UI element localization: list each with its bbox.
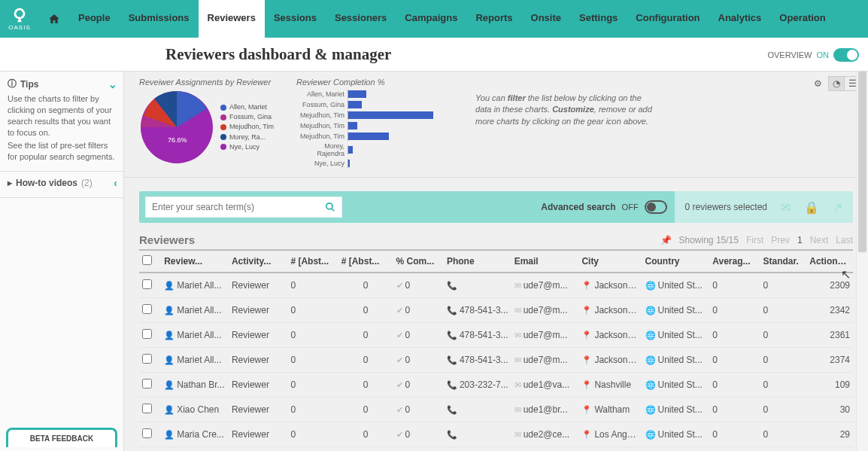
chart-title-1: Reveiwer Assignments by Reviewer	[139, 78, 274, 87]
bar-row[interactable]: Allen, Mariet	[296, 90, 438, 99]
phone-icon: 📞	[447, 281, 457, 290]
row-checkbox[interactable]	[142, 329, 152, 339]
col-header[interactable]: Standar.	[760, 250, 807, 273]
table-row[interactable]: 👤Xiao ChenReviewer00✔0📞✉ude1@br...📍Walth…	[139, 398, 853, 422]
col-header[interactable]: % Com...	[393, 250, 444, 273]
globe-icon: 🌐	[645, 405, 656, 414]
col-header[interactable]: Averag...	[709, 250, 760, 273]
bar-row[interactable]: Mejudhon, Tim	[296, 132, 438, 141]
legend-item[interactable]: Morey, Ra...	[220, 133, 274, 142]
row-checkbox[interactable]	[142, 379, 152, 389]
logo[interactable]: OASIS	[0, 0, 39, 38]
row-checkbox[interactable]	[142, 404, 152, 413]
page-first[interactable]: First	[746, 235, 763, 245]
col-header[interactable]: # [Abst...	[287, 250, 338, 273]
howto-panel[interactable]: ▸ How-to videos (2) ‹	[0, 172, 123, 198]
table-row[interactable]: 👤Mariet All...Reviewer00✔0📞478-541-3...✉…	[139, 323, 853, 348]
col-header[interactable]: Actions ⚙	[806, 250, 853, 273]
nav-settings[interactable]: Settings	[570, 0, 627, 38]
col-header[interactable]: Phone	[444, 250, 511, 273]
tips-body-2: See the list of pre-set filters for popu…	[8, 140, 116, 163]
envelope-icon[interactable]: ✉	[781, 200, 791, 215]
lock-icon[interactable]: 🔒	[804, 200, 819, 215]
bar-row[interactable]: Morey, Rajendra	[296, 142, 438, 157]
tips-body-1: Use the charts to filter by clicking on …	[8, 93, 116, 138]
page-next[interactable]: Next	[810, 235, 829, 245]
legend-item[interactable]: Mejudhon, Tim	[220, 122, 274, 132]
legend-item[interactable]: Allen, Mariet	[220, 102, 274, 112]
nav-onsite[interactable]: Onsite	[522, 0, 570, 38]
col-header[interactable]: City	[578, 250, 642, 273]
row-checkbox[interactable]	[142, 354, 152, 364]
check-icon: ✔	[396, 331, 403, 340]
col-header[interactable]	[139, 250, 161, 273]
pie-view-icon[interactable]: ◔	[828, 76, 845, 91]
envelope-icon: ✉	[514, 331, 521, 340]
bar-row[interactable]: Mejudhon, Tim	[296, 121, 438, 130]
home-icon[interactable]	[39, 0, 69, 38]
nav-submissions[interactable]: Submissions	[120, 0, 199, 38]
nav-reports[interactable]: Reports	[466, 0, 521, 38]
search-input[interactable]	[146, 197, 319, 217]
search-wrap	[145, 197, 342, 218]
globe-icon: 🌐	[645, 355, 656, 364]
advanced-search[interactable]: Advanced search OFF	[541, 200, 674, 214]
row-checkbox[interactable]	[142, 279, 152, 289]
table-row[interactable]: 👤Mariet All...Reviewer00✔0📞478-541-3...✉…	[139, 298, 853, 323]
toggle-icon[interactable]	[645, 200, 667, 214]
table-row[interactable]: 👤Maria Cre...Reviewer00✔0📞✉ude2@ce...📍Lo…	[139, 422, 853, 447]
row-checkbox[interactable]	[142, 428, 152, 438]
tips-title: Tips	[20, 79, 38, 90]
titlebar: Reviewers dashboard & manager OVERVIEW O…	[0, 38, 868, 72]
tips-panel[interactable]: ⓘ Tips ⌄ Use the charts to filter by cli…	[0, 72, 123, 172]
check-icon: ✔	[396, 355, 403, 364]
table-row[interactable]: 👤Mariet All...Reviewer00✔0📞478-541-3...✉…	[139, 348, 853, 373]
switch-icon[interactable]	[833, 48, 859, 62]
nav-sessions[interactable]: Sessions	[265, 0, 326, 38]
row-checkbox[interactable]	[142, 304, 152, 314]
bar-row[interactable]: Mejudhon, Tim	[296, 111, 438, 120]
topbar: OASIS PeopleSubmissionsReviewersSessions…	[0, 0, 868, 38]
nav-configuration[interactable]: Configuration	[627, 0, 709, 38]
nav-reviewers[interactable]: Reviewers	[199, 0, 265, 38]
legend-item[interactable]: Fossum, Gina	[220, 112, 274, 122]
external-link-icon[interactable]: ↗	[833, 200, 842, 215]
check-icon: ✔	[396, 430, 403, 439]
col-header[interactable]: Email	[511, 250, 579, 273]
bar-row[interactable]: Nye, Lucy	[296, 159, 438, 168]
search-icon[interactable]	[319, 197, 341, 217]
person-icon: 👤	[164, 331, 175, 340]
pie-chart[interactable]: 76.6%	[139, 90, 214, 165]
page-last[interactable]: Last	[836, 235, 853, 245]
pin-icon[interactable]: 📌	[660, 235, 672, 245]
beta-feedback-button[interactable]: BETA FEEDBACK	[6, 428, 117, 447]
bar-row[interactable]: Fossum, Gina	[296, 100, 438, 109]
pager: 📌 Showing 15/15 First Prev 1 Next Last	[660, 235, 853, 245]
gear-icon[interactable]: ⚙	[809, 76, 826, 91]
chevron-left-icon[interactable]: ‹	[114, 177, 117, 189]
person-icon: 👤	[164, 306, 175, 315]
select-all-checkbox[interactable]	[142, 255, 152, 265]
chevron-down-icon[interactable]: ⌄	[108, 78, 117, 90]
legend-item[interactable]: Nye, Lucy	[220, 142, 274, 152]
page-current: 1	[797, 235, 803, 245]
nav-campaigns[interactable]: Campaigns	[396, 0, 466, 38]
overview-toggle[interactable]: OVERVIEW ON	[767, 38, 859, 72]
chart-pie: Reveiwer Assignments by Reviewer 76.6% A…	[139, 78, 274, 168]
table-row[interactable]: 👤Nathan Br...Reviewer00✔0📞203-232-7...✉u…	[139, 373, 853, 398]
nav-people[interactable]: People	[69, 0, 120, 38]
table-row[interactable]: 👤Mariet All...Reviewer00✔0📞✉ude7@m...📍Ja…	[139, 273, 853, 298]
col-header[interactable]: Activity...	[229, 250, 288, 273]
nav-sessioners[interactable]: Sessioners	[326, 0, 396, 38]
nav-analytics[interactable]: Analytics	[709, 0, 771, 38]
phone-icon: 📞	[447, 355, 457, 364]
phone-icon: 📞	[447, 430, 457, 439]
nav-operation[interactable]: Operation	[770, 0, 834, 38]
bar-chart[interactable]: Allen, MarietFossum, GinaMejudhon, TimMe…	[296, 90, 438, 168]
col-header[interactable]: Country	[642, 250, 710, 273]
col-header[interactable]: # [Abst...	[338, 250, 393, 273]
page-prev[interactable]: Prev	[771, 235, 790, 245]
chart-hint: You can filter the list below by clickin…	[460, 78, 686, 168]
scrollbar[interactable]	[856, 72, 868, 451]
col-header[interactable]: Review...	[161, 250, 229, 273]
